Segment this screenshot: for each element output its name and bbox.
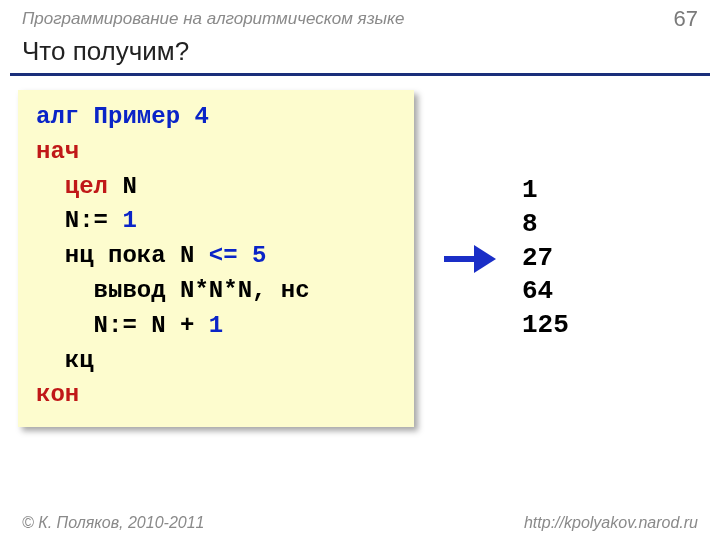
title-rule [10, 73, 710, 76]
arrow-icon [440, 239, 496, 279]
code-text: N [108, 173, 137, 200]
code-text: нц пока N [36, 242, 209, 269]
footer: © К. Поляков, 2010-2011 http://kpolyakov… [0, 514, 720, 532]
code-num: 5 [252, 242, 266, 269]
code-text: + [166, 312, 209, 339]
code-kw: нач [36, 138, 79, 165]
content-area: алг Пример 4 нач цел N N:= 1 нц пока N <… [0, 90, 720, 427]
output-block: 1 8 27 64 125 [522, 174, 569, 343]
code-box: алг Пример 4 нач цел N N:= 1 нц пока N <… [18, 90, 414, 427]
course-label: Программирование на алгоритмическом язык… [22, 9, 405, 29]
code-kw: кон [36, 381, 79, 408]
code-text: Пример 4 [79, 103, 209, 130]
code-text: N:= N [36, 312, 166, 339]
code-text: N:= [36, 207, 122, 234]
page-title: Что получим? [0, 34, 720, 73]
footer-url: http://kpolyakov.narod.ru [524, 514, 698, 532]
svg-marker-1 [474, 245, 496, 273]
footer-copyright: © К. Поляков, 2010-2011 [22, 514, 204, 532]
code-kw: цел [65, 173, 108, 200]
code-text [238, 242, 252, 269]
code-num: 1 [122, 207, 136, 234]
code-num: 1 [209, 312, 223, 339]
code-text: вывод N*N*N, нс [36, 277, 310, 304]
code-kw: алг [36, 103, 79, 130]
code-text: кц [36, 347, 94, 374]
page-number: 67 [674, 6, 698, 32]
header: Программирование на алгоритмическом язык… [0, 0, 720, 34]
code-text [36, 173, 65, 200]
code-op: <= [209, 242, 238, 269]
